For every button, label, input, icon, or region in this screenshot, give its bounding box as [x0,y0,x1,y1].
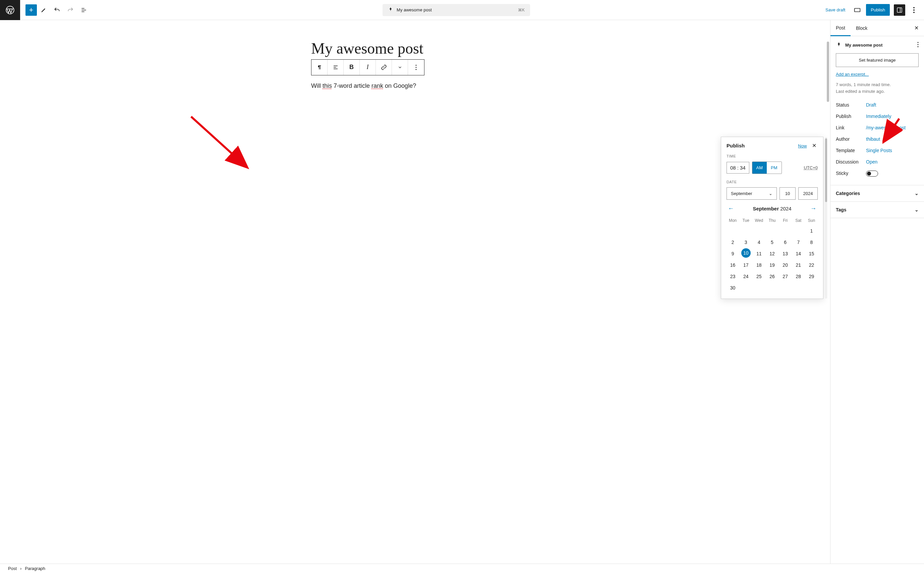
calendar-day[interactable]: 5 [766,237,778,247]
calendar-day[interactable]: 1 [805,225,818,236]
svg-rect-2 [897,8,902,13]
post-title[interactable]: My awesome post [311,40,519,57]
calendar-day[interactable]: 2 [726,237,739,247]
calendar-day[interactable]: 7 [792,237,805,247]
more-options-icon[interactable] [908,4,920,16]
calendar-day[interactable]: 15 [805,248,818,259]
tab-block[interactable]: Block [850,21,873,36]
author-label: Author [836,136,866,142]
edit-tool-icon[interactable] [37,3,50,17]
sticky-toggle[interactable] [866,171,878,177]
preview-button[interactable] [851,4,863,16]
close-icon[interactable]: ✕ [811,141,818,150]
align-icon[interactable] [328,59,344,75]
chevron-down-icon: ⌄ [915,207,919,213]
am-option[interactable]: AM [752,162,767,174]
status-label: Status [836,102,866,108]
svg-point-6 [416,65,416,66]
featured-image-button[interactable]: Set featured image [836,53,919,67]
calendar-day[interactable]: 4 [753,237,765,247]
template-value[interactable]: Single Posts [866,148,892,153]
more-block-options-icon[interactable] [408,59,424,75]
day-input[interactable]: 10 [780,187,795,200]
chevron-down-icon[interactable] [392,59,408,75]
calendar-day [753,282,765,293]
calendar-day[interactable]: 8 [805,237,818,247]
year-input[interactable]: 2024 [798,187,818,200]
editor-canvas[interactable]: My awesome post B I Will this 7-word art… [0,20,830,564]
close-sidebar-icon[interactable]: ✕ [909,20,924,36]
time-input[interactable]: 08 : 34 [726,162,749,174]
publish-button[interactable]: Publish [866,4,890,16]
calendar-day[interactable]: 11 [753,248,765,259]
add-excerpt-link[interactable]: Add an excerpt... [836,72,919,77]
popover-scrollbar[interactable] [825,137,827,299]
discussion-value[interactable]: Open [866,159,877,164]
calendar-day[interactable]: 24 [740,271,752,282]
breadcrumb-paragraph[interactable]: Paragraph [25,566,45,571]
calendar-day[interactable]: 16 [726,260,739,271]
categories-panel[interactable]: Categories ⌄ [830,185,924,202]
svg-line-10 [191,117,245,165]
calendar-day[interactable]: 19 [766,260,778,271]
settings-panel-toggle[interactable] [894,4,905,16]
now-link[interactable]: Now [798,143,807,149]
paragraph-block-icon[interactable] [311,59,328,75]
author-value[interactable]: thibaut [866,136,880,142]
post-paragraph[interactable]: Will this 7-word article rank on Google? [311,81,519,91]
calendar-day[interactable]: 27 [779,271,792,282]
calendar-day[interactable]: 20 [779,260,792,271]
sidebar-doc-title: My awesome post [845,42,914,48]
link-value[interactable]: /my-awesome-post [866,125,905,130]
canvas-scrollbar[interactable] [827,40,830,554]
tab-post[interactable]: Post [830,20,850,36]
undo-icon[interactable] [50,3,64,17]
calendar-day[interactable]: 23 [726,271,739,282]
calendar-day[interactable]: 21 [792,260,805,271]
calendar-day[interactable]: 30 [726,282,739,293]
calendar-dow: Sun [805,216,818,225]
save-draft-button[interactable]: Save draft [822,5,849,15]
bold-button[interactable]: B [344,59,360,75]
prev-month-icon[interactable]: ← [728,205,734,212]
svg-point-13 [917,46,918,47]
pm-option[interactable]: PM [767,162,781,174]
calendar-day[interactable]: 29 [805,271,818,282]
discussion-label: Discussion [836,159,866,164]
link-icon[interactable] [376,59,392,75]
next-month-icon[interactable]: → [810,205,816,212]
document-overview-icon[interactable] [77,3,91,17]
calendar-day[interactable]: 18 [753,260,765,271]
status-value[interactable]: Draft [866,102,876,108]
document-title-bar[interactable]: My awesome post ⌘K [383,4,530,16]
calendar-day[interactable]: 26 [766,271,778,282]
last-edited-text: Last edited a minute ago. [836,88,919,95]
redo-icon[interactable] [64,3,77,17]
ampm-toggle[interactable]: AM PM [752,161,782,174]
publish-value[interactable]: Immediately [866,114,891,119]
calendar-day[interactable]: 10 [741,248,751,258]
post-actions-icon[interactable] [917,42,919,48]
calendar-day[interactable]: 9 [726,248,739,259]
calendar-day[interactable]: 28 [792,271,805,282]
add-block-button[interactable]: + [25,4,37,16]
calendar-day[interactable]: 14 [792,248,805,259]
month-select[interactable]: September ⌄ [726,187,777,200]
calendar-day[interactable]: 25 [753,271,765,282]
calendar-day[interactable]: 3 [740,237,752,247]
svg-point-7 [416,67,416,68]
breadcrumb-post[interactable]: Post [8,566,17,571]
calendar-day[interactable]: 13 [779,248,792,259]
block-breadcrumb: Post › Paragraph [0,564,924,573]
wordpress-logo[interactable] [0,0,20,20]
calendar-day[interactable]: 12 [766,248,778,259]
template-label: Template [836,148,866,153]
tags-panel[interactable]: Tags ⌄ [830,202,924,218]
timezone-label[interactable]: UTC+0 [804,165,818,170]
post-type-icon [388,7,393,13]
italic-button[interactable]: I [360,59,376,75]
calendar-day[interactable]: 22 [805,260,818,271]
calendar-title: September 2024 [753,206,791,211]
calendar-day[interactable]: 6 [779,237,792,247]
calendar-day[interactable]: 17 [740,260,752,271]
